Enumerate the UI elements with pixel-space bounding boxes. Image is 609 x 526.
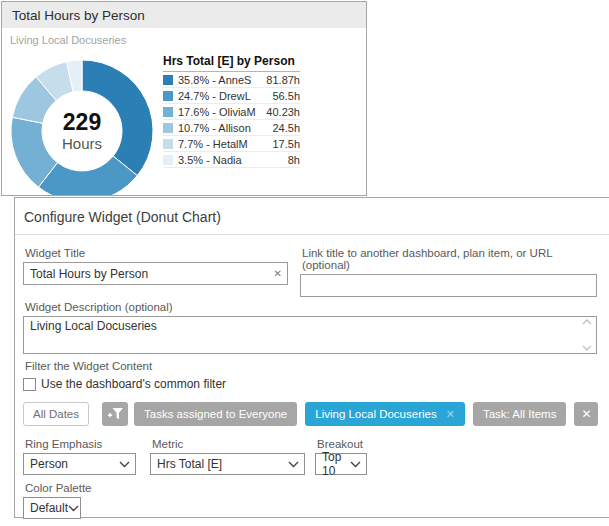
legend-label: 3.5% - Nadia	[178, 154, 288, 166]
legend-label: 10.7% - Allison	[178, 122, 272, 134]
widget-title-label: Widget Title	[25, 247, 288, 259]
legend-label: 17.6% - OliviaM	[178, 106, 266, 118]
dialog-title: Configure Widget (Donut Chart)	[15, 198, 609, 235]
color-palette-label: Color Palette	[25, 482, 81, 494]
legend-label: 35.8% - AnneS	[178, 74, 266, 86]
legend-row: 10.7% - Allison24.5h	[163, 120, 300, 136]
metric-select[interactable]: Hrs Total [E]	[150, 453, 305, 475]
clear-title-icon[interactable]: ✕	[274, 268, 282, 280]
widget-header: Total Hours by Person	[2, 2, 366, 28]
x-icon: ✕	[581, 407, 591, 421]
chevron-down-icon	[350, 461, 361, 468]
funnel-plus-icon	[107, 407, 124, 421]
legend-swatch-icon	[163, 155, 173, 165]
legend-value: 81.87h	[266, 74, 300, 86]
chart-legend: Hrs Total [E] by Person 35.8% - AnneS81.…	[163, 54, 300, 168]
legend-swatch-icon	[163, 123, 173, 133]
common-filter-label: Use the dashboard's common filter	[41, 377, 226, 391]
configure-widget-dialog: Configure Widget (Donut Chart) Widget Ti…	[14, 197, 609, 518]
legend-value: 40.23h	[266, 106, 300, 118]
common-filter-row[interactable]: Use the dashboard's common filter	[23, 377, 605, 391]
widget-title: Total Hours by Person	[12, 8, 145, 23]
legend-rows: 35.8% - AnneS81.87h24.7% - DrewL56.5h17.…	[163, 72, 300, 168]
legend-swatch-icon	[163, 91, 173, 101]
breakout-label: Breakout	[317, 438, 367, 450]
scroll-down-icon[interactable]	[582, 345, 592, 351]
legend-swatch-icon	[163, 139, 173, 149]
scroll-up-icon[interactable]	[582, 319, 592, 325]
link-title-input[interactable]	[300, 274, 597, 297]
donut-svg	[7, 56, 157, 196]
legend-label: 24.7% - DrewL	[178, 90, 272, 102]
legend-value: 24.5h	[272, 122, 300, 134]
legend-row: 7.7% - HetalM17.5h	[163, 136, 300, 152]
widget-title-value: Total Hours by Person	[30, 267, 148, 281]
legend-row: 3.5% - Nadia8h	[163, 152, 300, 168]
description-value: Living Local Docuseries	[30, 319, 157, 333]
widget-title-input[interactable]: Total Hours by Person ✕	[23, 262, 288, 285]
donut-segment-AnneS	[82, 60, 153, 176]
ring-emphasis-select[interactable]: Person	[23, 453, 136, 475]
legend-value: 8h	[288, 154, 300, 166]
chip-close-icon[interactable]: ✕	[446, 408, 455, 421]
chevron-down-icon	[68, 505, 79, 512]
chevron-down-icon	[288, 461, 299, 468]
legend-swatch-icon	[163, 107, 173, 117]
filter-section-label: Filter the Widget Content	[25, 360, 605, 372]
chevron-down-icon	[119, 461, 130, 468]
all-dates-button[interactable]: All Dates	[23, 402, 89, 426]
color-palette-select[interactable]: Default	[23, 497, 81, 519]
metric-label: Metric	[152, 438, 305, 450]
legend-row: 17.6% - OliviaM40.23h	[163, 104, 300, 120]
legend-title: Hrs Total [E] by Person	[163, 54, 300, 72]
widget-card: Total Hours by Person Living Local Docus…	[1, 1, 367, 196]
legend-value: 56.5h	[272, 90, 300, 102]
ring-emphasis-label: Ring Emphasis	[25, 438, 136, 450]
legend-row: 24.7% - DrewL56.5h	[163, 88, 300, 104]
breakout-select[interactable]: Top 10	[315, 453, 367, 475]
donut-chart: 229 Hours	[7, 56, 157, 196]
filter-chips-row: All Dates Tasks assigned to Everyone Liv…	[23, 402, 605, 426]
common-filter-checkbox[interactable]	[23, 378, 36, 391]
description-label: Widget Description (optional)	[25, 301, 605, 313]
textarea-scrollbar	[580, 319, 594, 351]
description-textarea[interactable]: Living Local Docuseries	[23, 316, 597, 354]
legend-row: 35.8% - AnneS81.87h	[163, 72, 300, 88]
legend-value: 17.5h	[272, 138, 300, 150]
filter-chip[interactable]: Tasks assigned to Everyone	[134, 402, 297, 426]
link-title-label: Link title to another dashboard, plan it…	[302, 247, 597, 271]
legend-swatch-icon	[163, 75, 173, 85]
legend-label: 7.7% - HetalM	[178, 138, 272, 150]
widget-subtitle: Living Local Docuseries	[10, 34, 126, 46]
remove-filter-button[interactable]: ✕	[574, 402, 598, 426]
filter-chip-active[interactable]: Living Local Docuseries ✕	[305, 402, 465, 426]
filter-chip[interactable]: Task: All Items	[473, 402, 567, 426]
add-filter-button[interactable]	[102, 402, 128, 426]
